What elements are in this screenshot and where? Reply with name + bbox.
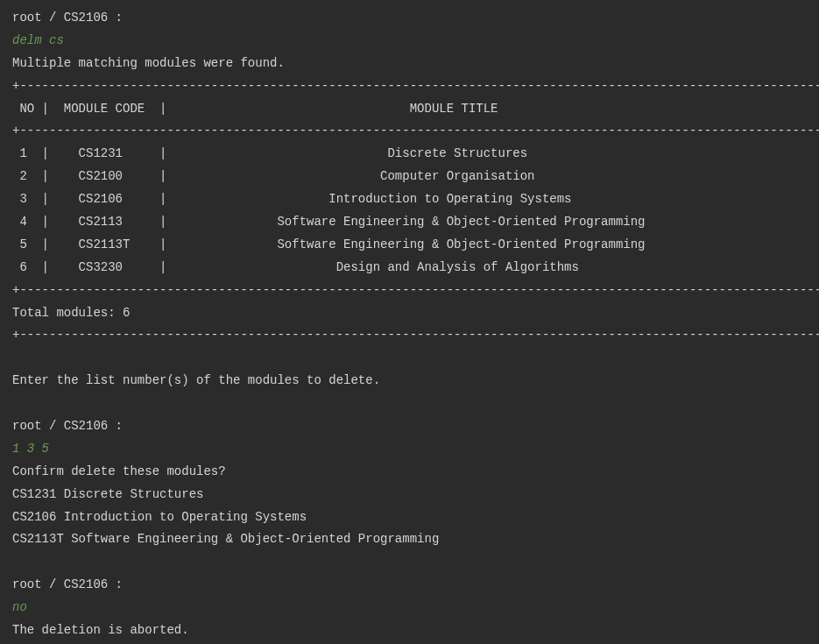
aborted-message: The deletion is aborted. [12, 619, 807, 642]
table-header: NO | MODULE CODE | MODULE TITLE [12, 98, 807, 121]
table-row: 3 | CS2106 | Introduction to Operating S… [12, 188, 807, 211]
table-row: 1 | CS1231 | Discrete Structures [12, 143, 807, 166]
table-border-final: +---------------------------------------… [12, 324, 807, 347]
command-input[interactable]: 1 3 5 [12, 438, 807, 461]
command-input[interactable]: delm cs [12, 30, 807, 53]
confirm-delete-prompt: Confirm delete these modules? [12, 461, 807, 484]
table-row: 4 | CS2113 | Software Engineering & Obje… [12, 211, 807, 234]
table-border-top: +---------------------------------------… [12, 75, 807, 98]
prompt-line: root / CS2106 : [12, 574, 807, 597]
confirm-list-item: CS2106 Introduction to Operating Systems [12, 506, 807, 529]
command-input[interactable]: no [12, 597, 807, 619]
table-row: 5 | CS2113T | Software Engineering & Obj… [12, 234, 807, 257]
enter-numbers-prompt: Enter the list number(s) of the modules … [12, 370, 807, 393]
prompt-line: root / CS2106 : [12, 7, 807, 30]
message-multiple-found: Multiple matching modules were found. [12, 53, 807, 75]
blank-line [12, 393, 807, 415]
confirm-list-item: CS2113T Software Engineering & Object-Or… [12, 528, 807, 551]
table-border-mid: +---------------------------------------… [12, 120, 807, 143]
blank-line [12, 347, 807, 370]
confirm-list-item: CS1231 Discrete Structures [12, 484, 807, 506]
table-row: 6 | CS3230 | Design and Analysis of Algo… [12, 257, 807, 280]
total-modules: Total modules: 6 [12, 302, 807, 325]
table-border-bottom: +---------------------------------------… [12, 280, 807, 302]
table-row: 2 | CS2100 | Computer Organisation [12, 166, 807, 188]
prompt-line: root / CS2106 : [12, 415, 807, 438]
blank-line [12, 551, 807, 574]
